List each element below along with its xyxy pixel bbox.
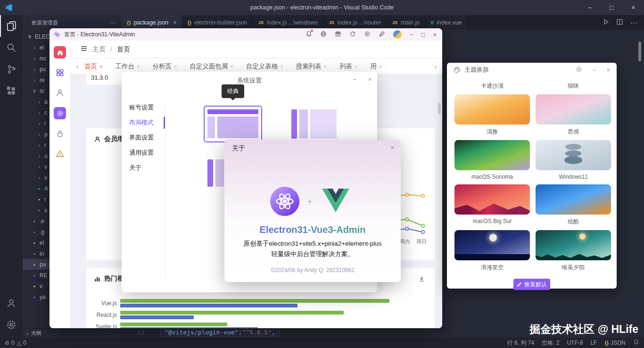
search-activity-icon[interactable]: [0, 37, 23, 58]
file-label: a: [44, 99, 48, 105]
theme-thumbnail[interactable]: [454, 184, 530, 215]
split-editor-icon[interactable]: [616, 18, 623, 27]
theme-panel: 主题换肤 − × 卡通沙漠猫咪清雅质感macOS SonomaWindows11…: [447, 63, 617, 289]
language-mode[interactable]: {} JSON: [604, 340, 626, 346]
app-close-button[interactable]: ×: [433, 31, 437, 38]
notifications-bell-icon[interactable]: [633, 339, 639, 347]
user-avatar[interactable]: [393, 30, 402, 39]
app-tab[interactable]: 分析页×: [152, 62, 177, 71]
settings-close-icon[interactable]: ×: [368, 76, 372, 83]
source-control-activity-icon[interactable]: [0, 58, 23, 80]
settings-menu-item[interactable]: 界面设置: [129, 130, 163, 145]
bar-group: [120, 299, 426, 307]
reset-default-button[interactable]: 恢复默认: [513, 279, 550, 290]
gear-icon[interactable]: [364, 31, 371, 39]
tabs-scroll-right-icon[interactable]: ›: [434, 62, 437, 70]
tab-close-icon[interactable]: ×: [99, 64, 102, 69]
layout-option-classic[interactable]: [204, 106, 262, 142]
app-tab[interactable]: 自定义面包屑×: [190, 62, 233, 71]
app-tab[interactable]: 搜索列表×: [296, 62, 327, 71]
problems-warnings[interactable]: △ 0: [17, 340, 26, 346]
editor-more-icon[interactable]: ⋯: [630, 18, 637, 27]
electron-logo: [270, 187, 299, 216]
theme-settings-gear-icon[interactable]: [576, 66, 582, 74]
pin-icon[interactable]: [379, 31, 385, 39]
app-tab[interactable]: 首页×: [84, 62, 102, 71]
settings-menu-item[interactable]: 账号设置: [129, 100, 163, 115]
cursor-position[interactable]: 行 6, 列 74: [507, 339, 534, 347]
theme-close-icon[interactable]: ×: [606, 66, 610, 74]
app-scrollbar[interactable]: [438, 103, 441, 114]
home-icon[interactable]: [54, 46, 66, 58]
about-close-icon[interactable]: ×: [390, 144, 394, 151]
code-line[interactable]: 33 "@vitejs/plugin-vue": "^5.0.5",: [122, 327, 280, 337]
window-minimize-button[interactable]: −: [579, 0, 601, 15]
outline-section[interactable]: › 大纲: [23, 328, 122, 338]
eol-setting[interactable]: LF: [590, 340, 597, 346]
settings-menu-item[interactable]: 关于: [129, 160, 163, 175]
app-tab[interactable]: 自定义表格×: [246, 62, 283, 71]
warning-icon[interactable]: [54, 148, 66, 160]
theme-thumbnail[interactable]: [536, 94, 611, 124]
app-tab[interactable]: 列表×: [339, 62, 357, 71]
tab-close-icon[interactable]: ×: [230, 64, 233, 69]
app-tab[interactable]: 工作台×: [115, 62, 140, 71]
app-maximize-button[interactable]: □: [421, 31, 425, 38]
run-button[interactable]: [603, 18, 610, 27]
explorer-more-icon[interactable]: ⋯: [110, 19, 116, 26]
theme-thumbnail[interactable]: [454, 94, 530, 124]
app-tab-label: 搜索列表: [296, 62, 322, 71]
breadcrumb-root[interactable]: 主页: [92, 45, 106, 54]
app-minimize-button[interactable]: −: [410, 31, 413, 38]
file-label: c: [44, 109, 47, 116]
editor-scrollbar[interactable]: [638, 41, 641, 61]
settings-menu-item[interactable]: 通用设置: [129, 145, 163, 160]
theme-thumbnail[interactable]: [536, 140, 611, 170]
chevron-icon: ›: [36, 153, 42, 159]
file-type-icon: {}: [188, 20, 192, 25]
window-close-button[interactable]: ×: [622, 0, 644, 15]
refresh-icon[interactable]: [349, 31, 356, 39]
account-icon[interactable]: [0, 292, 23, 314]
person-icon[interactable]: [54, 87, 66, 99]
globe-icon[interactable]: [320, 31, 327, 39]
tabs-scroll-left-icon[interactable]: ‹: [76, 62, 79, 70]
grid-icon[interactable]: [54, 66, 66, 79]
breadcrumb-separator: /: [110, 46, 112, 53]
app-tab[interactable]: 用×: [371, 62, 382, 71]
theme-minimize-icon[interactable]: −: [593, 66, 596, 74]
settings-minimize-icon[interactable]: −: [353, 76, 356, 83]
bar: [120, 311, 344, 315]
theme-thumbnail[interactable]: [454, 140, 530, 170]
settings-gear-icon[interactable]: [0, 314, 23, 336]
tab-close-icon[interactable]: ×: [324, 64, 327, 69]
tab-close-icon[interactable]: ×: [174, 64, 177, 69]
lock-icon[interactable]: [54, 127, 66, 140]
gift-icon[interactable]: [335, 31, 341, 39]
tab-close-icon[interactable]: ×: [280, 64, 283, 69]
tab-close-icon[interactable]: ×: [173, 19, 176, 26]
app-header: 主页 / 首页: [71, 41, 442, 58]
problems-errors[interactable]: ⊘ 0: [5, 340, 15, 346]
indent-setting[interactable]: 空格: 2: [542, 339, 559, 347]
tab-close-icon[interactable]: ×: [379, 64, 382, 69]
system-settings-icon[interactable]: [54, 107, 66, 119]
window-maximize-button[interactable]: □: [601, 0, 622, 15]
extensions-activity-icon[interactable]: [0, 80, 23, 102]
hamburger-menu-icon[interactable]: [80, 45, 88, 54]
encoding[interactable]: UTF-8: [567, 340, 583, 346]
tab-close-icon[interactable]: ×: [355, 64, 357, 69]
download-icon[interactable]: [418, 275, 425, 282]
explorer-activity-icon[interactable]: [0, 15, 23, 37]
theme-item: macOS Sonoma: [454, 140, 530, 180]
tab-close-icon[interactable]: ×: [137, 64, 140, 69]
settings-menu-item[interactable]: 布局模式: [129, 115, 163, 130]
theme-thumbnail[interactable]: [536, 230, 611, 260]
layout-option-vertical[interactable]: [288, 106, 340, 142]
theme-thumbnail[interactable]: [536, 184, 611, 215]
bar-chart-icon: [94, 275, 101, 282]
bar: [120, 327, 258, 329]
theme-thumbnail[interactable]: [454, 230, 530, 260]
file-label: p: [44, 131, 48, 138]
bell-icon[interactable]: [305, 31, 312, 39]
